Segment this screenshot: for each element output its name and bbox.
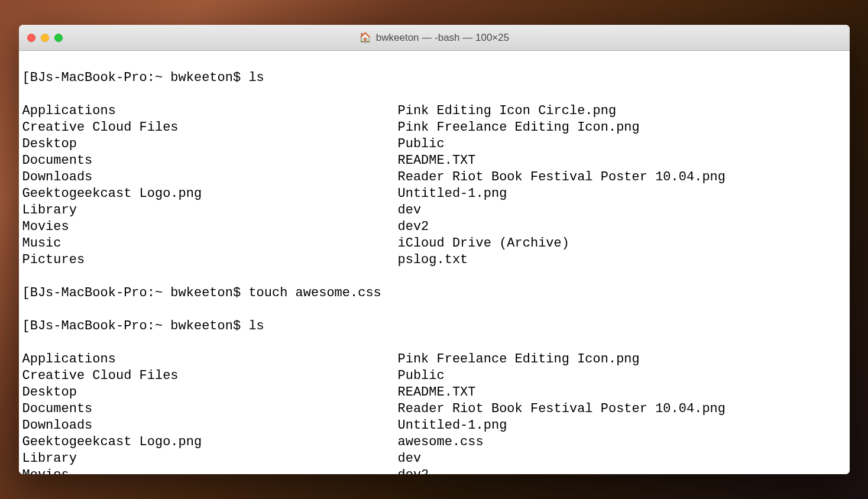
list-item: Documents xyxy=(22,401,398,417)
list-item: Pictures xyxy=(22,252,398,268)
ls-column-left: Applications Creative Cloud Files Deskto… xyxy=(22,103,398,268)
ls-column-left: Applications Creative Cloud Files Deskto… xyxy=(22,351,398,474)
list-item: Creative Cloud Files xyxy=(22,368,398,384)
list-item: Desktop xyxy=(22,384,398,401)
shell-prompt: BJs-MacBook-Pro:~ bwkeeton$ xyxy=(30,318,249,335)
list-item: Movies xyxy=(22,219,398,235)
list-item: Library xyxy=(22,202,398,219)
traffic-lights xyxy=(27,34,63,42)
list-item: Applications xyxy=(22,103,398,119)
list-item: Creative Cloud Files xyxy=(22,119,398,136)
prompt-line-3: [BJs-MacBook-Pro:~ bwkeeton$ ls xyxy=(22,318,846,335)
list-item: Untitled-1.png xyxy=(398,186,726,202)
ls-output-1: Applications Creative Cloud Files Deskto… xyxy=(22,103,846,268)
list-item: Pink Editing Icon Circle.png xyxy=(398,103,726,119)
list-item: Movies xyxy=(22,467,398,474)
list-item: dev2 xyxy=(398,467,726,474)
shell-prompt: BJs-MacBook-Pro:~ bwkeeton$ xyxy=(30,70,249,86)
minimize-button[interactable] xyxy=(41,34,49,42)
list-item: dev xyxy=(398,202,726,219)
window-title-bar[interactable]: 🏠 bwkeeton — -bash — 100×25 xyxy=(19,25,850,51)
list-item: Reader Riot Book Festival Poster 10.04.p… xyxy=(398,401,726,417)
prompt-line-1: [BJs-MacBook-Pro:~ bwkeeton$ ls xyxy=(22,70,846,86)
shell-command: ls xyxy=(248,70,264,86)
list-item: Geektogeekcast Logo.png xyxy=(22,186,398,202)
list-item: Documents xyxy=(22,153,398,169)
window-title: 🏠 bwkeeton — -bash — 100×25 xyxy=(359,32,509,44)
list-item: README.TXT xyxy=(398,384,726,401)
bracket-open: [ xyxy=(22,318,30,335)
home-icon: 🏠 xyxy=(359,33,371,43)
list-item: pslog.txt xyxy=(398,252,726,268)
list-item: Geektogeekcast Logo.png xyxy=(22,434,398,451)
list-item: iCloud Drive (Archive) xyxy=(398,235,726,252)
ls-column-right: Pink Editing Icon Circle.png Pink Freela… xyxy=(398,103,726,268)
list-item: Pink Freelance Editing Icon.png xyxy=(398,119,726,136)
ls-output-2: Applications Creative Cloud Files Deskto… xyxy=(22,351,846,474)
list-item: Downloads xyxy=(22,417,398,434)
list-item: README.TXT xyxy=(398,153,726,169)
list-item: Downloads xyxy=(22,169,398,186)
list-item: dev xyxy=(398,451,726,467)
shell-command: touch awesome.css xyxy=(248,285,381,302)
close-button[interactable] xyxy=(27,34,35,42)
shell-command: ls xyxy=(248,318,264,335)
bracket-open: [ xyxy=(22,285,30,302)
list-item: Library xyxy=(22,451,398,467)
list-item: Public xyxy=(398,136,726,153)
window-title-text: bwkeeton — -bash — 100×25 xyxy=(376,32,509,44)
terminal-window: 🏠 bwkeeton — -bash — 100×25 [BJs-MacBook… xyxy=(19,25,850,474)
list-item: awesome.css xyxy=(398,434,726,451)
shell-prompt: BJs-MacBook-Pro:~ bwkeeton$ xyxy=(30,285,249,302)
list-item: Reader Riot Book Festival Poster 10.04.p… xyxy=(398,169,726,186)
list-item: Music xyxy=(22,235,398,252)
bracket-open: [ xyxy=(22,70,30,86)
list-item: Public xyxy=(398,368,726,384)
prompt-line-2: [BJs-MacBook-Pro:~ bwkeeton$ touch aweso… xyxy=(22,285,846,302)
list-item: Applications xyxy=(22,351,398,368)
list-item: dev2 xyxy=(398,219,726,235)
list-item: Desktop xyxy=(22,136,398,153)
list-item: Untitled-1.png xyxy=(398,417,726,434)
maximize-button[interactable] xyxy=(54,34,63,42)
terminal-output[interactable]: [BJs-MacBook-Pro:~ bwkeeton$ ls Applicat… xyxy=(19,51,850,474)
list-item: Pink Freelance Editing Icon.png xyxy=(398,351,726,368)
ls-column-right: Pink Freelance Editing Icon.png Public R… xyxy=(398,351,726,474)
